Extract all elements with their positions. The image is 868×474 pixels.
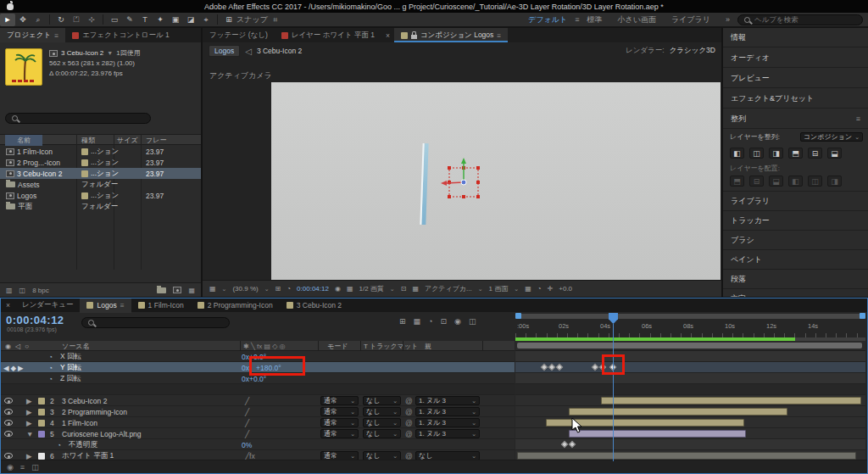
align-hcenter-button[interactable]: ◫ (749, 148, 764, 159)
panel-effects-presets[interactable]: エフェクト&プリセット (723, 89, 868, 109)
track-row[interactable] (515, 406, 865, 417)
resolution-select[interactable]: 1/2 画質 (359, 284, 383, 293)
tab-footage[interactable]: フッテージ (なし) (203, 28, 275, 42)
property-name[interactable]: Y 回転 (60, 362, 81, 373)
current-timecode[interactable]: 0:00:04:12 (6, 314, 64, 326)
layer-color-chip[interactable] (38, 420, 45, 427)
panel-menu-icon[interactable]: ≡ (54, 31, 58, 40)
chevron-down-icon[interactable]: ⌄ (478, 286, 483, 293)
tab-timeline-logos[interactable]: Logos ≡ (80, 298, 131, 313)
time-ruler[interactable]: :00s 02s 04s 06s 08s 10s 12s 14s (515, 313, 865, 337)
align-left-button[interactable]: ◧ (730, 148, 744, 159)
stopwatch-icon[interactable]: ◔ (57, 439, 61, 450)
grid-guides-icon[interactable]: ⊞ (275, 285, 281, 293)
blend-mode-select[interactable]: 通常⌄ (320, 407, 359, 416)
snapshot-camera-icon[interactable]: ◉ (335, 285, 341, 293)
distribute-top-button[interactable]: ⬒ (730, 176, 744, 187)
apple-menu-icon[interactable] (7, 3, 14, 10)
renderer-value-button[interactable]: クラシック3D (670, 46, 715, 56)
motion-blur-icon[interactable]: ◉ (454, 317, 461, 326)
track-row[interactable] (515, 417, 865, 428)
mask-toggle-icon[interactable]: ◔ (287, 285, 291, 293)
keyframe-icon[interactable] (541, 364, 548, 371)
panel-brushes[interactable]: ブラシ (723, 231, 868, 250)
label-color-chip[interactable] (81, 148, 88, 155)
project-item-row[interactable]: 平面 フォルダー (0, 201, 201, 212)
panel-libraries[interactable]: ライブラリ (723, 192, 868, 211)
pan-behind-tool[interactable]: ⊹ (84, 14, 99, 26)
breadcrumb-current[interactable]: 3 Cebu-Icon 2 (257, 47, 302, 55)
layer-duration-bar[interactable] (569, 408, 787, 415)
align-top-button[interactable]: ⬒ (788, 148, 803, 159)
twirl-icon[interactable]: ▶ (26, 406, 32, 417)
rotate-tool[interactable]: ↻ (53, 14, 69, 26)
track-row-opacity[interactable] (515, 439, 865, 450)
blend-mode-select[interactable]: 通常⌄ (320, 429, 359, 438)
track-row[interactable] (515, 384, 865, 395)
chevron-down-icon[interactable]: ⌄ (222, 286, 227, 293)
twirl-icon[interactable]: ▼ (26, 428, 33, 439)
bit-depth-button[interactable]: 8 bpc (32, 287, 49, 294)
property-row-opacity[interactable]: ◔ 不透明度 0% (1, 439, 515, 450)
panel-menu-icon[interactable]: ≡ (497, 31, 501, 40)
parent-select[interactable]: 1. ヌル 3⌄ (415, 396, 480, 405)
panel-menu-icon[interactable]: ≡ (120, 301, 125, 309)
magnification-select[interactable]: (30.9 %) (232, 285, 258, 293)
column-type[interactable]: 種類 (81, 135, 95, 146)
panel-align[interactable]: 整列 ≡ (723, 109, 868, 129)
layer-row[interactable]: ▶ 4 1 Film-Icon ╱ 通常⌄ なし⌄ @ 1. ヌル 3⌄ (1, 417, 515, 428)
layer-name[interactable]: 3 Cebu-Icon 2 (62, 395, 107, 406)
keyframe-icon[interactable] (556, 364, 563, 371)
graph-editor-icon[interactable]: ◫ (469, 317, 476, 326)
expand-layer-switches-icon[interactable]: ◉ (7, 463, 14, 471)
pixel-aspect-icon[interactable]: ▦ (525, 285, 531, 293)
keyframe-toggle-icon[interactable]: ◆ (11, 364, 17, 372)
label-color-chip[interactable] (81, 159, 88, 166)
layer-row[interactable]: ▼ 5 Curioscene Logo-Alt.png ╱ 通常⌄ なし⌄ @ … (1, 428, 515, 439)
close-icon[interactable]: × (1, 301, 15, 309)
region-of-interest-icon[interactable]: ⊡ (401, 285, 407, 293)
distribute-hcenter-button[interactable]: ◫ (808, 176, 822, 187)
eye-icon[interactable] (4, 431, 13, 437)
footage-thumbnail[interactable] (5, 48, 42, 86)
property-name[interactable]: Z 回転 (60, 373, 81, 384)
tab-timeline-cebu-icon[interactable]: 3 Cebu-Icon 2 (280, 298, 348, 313)
property-value[interactable]: 0% (242, 439, 252, 450)
draft-3d-icon[interactable]: ▦ (414, 317, 421, 326)
selection-tool[interactable]: ► (0, 14, 15, 26)
track-matte-select[interactable]: なし⌄ (363, 396, 401, 405)
composition-mini-flowchart-icon[interactable]: ⊞ (399, 317, 406, 326)
keyframe-icon[interactable] (548, 364, 555, 371)
pick-whip-icon[interactable]: @ (405, 417, 413, 428)
viewer-timecode[interactable]: 0:00:04:12 (297, 285, 329, 293)
view-layout-select[interactable]: 1 画面 (489, 284, 509, 293)
parent-select[interactable]: 1. ヌル 3⌄ (415, 418, 480, 427)
blend-mode-select[interactable]: 通常⌄ (320, 396, 359, 405)
track-matte-select[interactable]: なし⌄ (363, 418, 401, 427)
align-vcenter-button[interactable]: ⊟ (808, 148, 822, 159)
track-row[interactable] (515, 373, 865, 384)
column-size[interactable]: サイズ (117, 135, 138, 146)
transparency-grid-icon[interactable]: ▦ (412, 285, 419, 293)
project-search-box[interactable] (5, 113, 151, 124)
layer-color-chip[interactable] (38, 453, 45, 460)
keyframe-next-icon[interactable]: ▶ (18, 364, 24, 372)
project-item-row[interactable]: 1 Film-Icon ...ション 23.97 (0, 146, 201, 157)
help-search-box[interactable] (737, 14, 863, 25)
track-row[interactable] (515, 428, 865, 439)
preview-item-name[interactable]: 3 Cebu-Icon 2 (61, 48, 103, 59)
blend-mode-select[interactable]: 通常⌄ (320, 418, 359, 427)
panel-paint[interactable]: ペイント (723, 250, 868, 270)
work-area-bar[interactable] (517, 343, 862, 349)
help-search-input[interactable] (754, 15, 856, 24)
parent-select[interactable]: 1. ヌル 3⌄ (415, 407, 480, 416)
track-row[interactable] (515, 351, 865, 362)
layer-switches[interactable]: ╱ (245, 417, 249, 428)
track-matte-select[interactable]: なし⌄ (363, 429, 401, 438)
snap-toggle-icon[interactable]: ⊞ (221, 14, 236, 26)
eye-icon[interactable] (4, 398, 13, 404)
layer-duration-bar[interactable] (517, 452, 856, 460)
project-item-row[interactable]: Assets フォルダー (0, 179, 201, 190)
clone-stamp-tool[interactable]: ▣ (168, 14, 183, 26)
chevron-down-icon[interactable]: ⌄ (264, 286, 270, 293)
